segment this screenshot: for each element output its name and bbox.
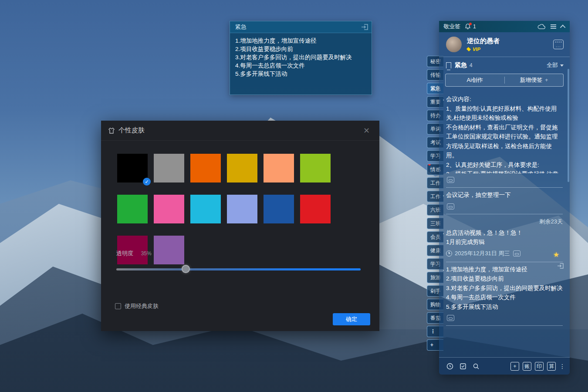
- note-item[interactable]: · 1.增加地推力度，增加宣传途径 2.项目收益要稳步向前 3.对老客户多多回访…: [439, 262, 570, 321]
- classic-skin-label: 使用经典皮肤: [125, 302, 159, 310]
- plus-icon: +: [545, 77, 548, 83]
- notes-list: · 会议内容: 1、质量控制:认真把好原材料、构配件使用关,杜绝使用未经检验或检…: [439, 90, 570, 326]
- notification-dot: [469, 23, 472, 25]
- vip-diamond-icon: [466, 47, 471, 51]
- chevron-down-icon: [560, 64, 564, 67]
- note-item[interactable]: · 会议内容: 1、质量控制:认真把好原材料、构配件使用关,杜绝使用未经检验或检…: [439, 92, 570, 183]
- color-swatch[interactable]: [264, 154, 294, 182]
- completed-todo-icon[interactable]: [460, 363, 466, 370]
- vip-badge: VIP: [467, 47, 553, 52]
- time-manage-icon[interactable]: [446, 363, 453, 370]
- color-swatch[interactable]: [190, 195, 221, 223]
- floating-note-body[interactable]: 1.增加地推力度，增加宣传途径 2.项目收益要稳步向前 3.对老客户多多回访，提…: [230, 33, 372, 81]
- remaining-days: 剩余23天: [439, 214, 570, 226]
- tshirt-icon: [108, 127, 115, 134]
- color-swatch[interactable]: [190, 154, 221, 182]
- skin-dialog: 个性皮肤 ✕ ✓ 透明度 35% 使用经典皮肤 确定: [101, 121, 379, 331]
- pinned-desktop-icon[interactable]: [513, 250, 520, 257]
- note-item[interactable]: · 会议记录，抽空整理一下: [439, 188, 570, 210]
- new-note-button[interactable]: 新增便签 +: [505, 74, 564, 86]
- note-text[interactable]: 1.增加地推力度，增加宣传途径 2.项目收益要稳步向前 3.对老客户多多回访，提…: [446, 265, 563, 312]
- opacity-value: 35%: [141, 250, 152, 257]
- note-divider: [446, 325, 563, 326]
- bookmark-icon: [446, 62, 451, 68]
- reminder-row: 2025年12月31日 周三 ★: [446, 250, 563, 257]
- action-bar: Ai创作 新增便签 +: [445, 74, 564, 87]
- category-header: 紧急 4 全部: [439, 57, 570, 72]
- opacity-row: 透明度 35%: [116, 250, 152, 257]
- red-dot-badge: [428, 164, 431, 166]
- pinned-desktop-icon[interactable]: [447, 315, 454, 321]
- color-swatch[interactable]: [154, 154, 184, 182]
- bell-icon[interactable]: [465, 24, 471, 30]
- avatar[interactable]: [446, 37, 462, 52]
- slider-track[interactable]: [116, 268, 361, 270]
- print-icon[interactable]: 印: [535, 362, 544, 371]
- app-title: 敬业签: [443, 23, 460, 30]
- star-icon: ★: [553, 250, 559, 259]
- note-text[interactable]: 总店活动视频，急！急！急！ 1月前完成剪辑: [446, 228, 563, 247]
- ai-create-button[interactable]: Ai创作: [446, 74, 504, 86]
- color-swatch[interactable]: [154, 195, 184, 223]
- account-book-icon[interactable]: 账: [523, 362, 531, 371]
- classic-skin-row[interactable]: 使用经典皮肤: [115, 302, 159, 310]
- user-card[interactable]: 逆位的愚者 VIP: [439, 32, 570, 57]
- opacity-slider[interactable]: [116, 267, 361, 271]
- category-count: 4: [470, 62, 547, 68]
- more-icon[interactable]: ⋮: [559, 365, 565, 368]
- color-swatch[interactable]: [227, 154, 257, 182]
- color-swatch[interactable]: [154, 236, 184, 264]
- pinned-desktop-icon[interactable]: [447, 203, 454, 210]
- cloud-sync-icon[interactable]: [537, 24, 545, 30]
- color-swatch[interactable]: [300, 195, 331, 223]
- color-swatch[interactable]: [117, 195, 148, 223]
- main-panel: 敬业签 1 逆位的愚者 VIP 紧急 4 全部 Ai创: [439, 21, 570, 375]
- slider-thumb[interactable]: [182, 265, 190, 273]
- pinned-desktop-icon[interactable]: [447, 177, 454, 183]
- notification-count: 1: [473, 24, 532, 30]
- floating-note-titlebar[interactable]: 紧急: [230, 21, 372, 33]
- return-to-panel-icon[interactable]: [361, 24, 368, 30]
- reminder-date: 2025年12月31日 周三: [455, 250, 510, 257]
- opacity-label: 透明度: [116, 250, 133, 257]
- color-swatch-grid: ✓: [117, 154, 365, 264]
- selected-check-icon: ✓: [143, 178, 151, 186]
- clock-icon: [446, 250, 452, 257]
- skin-dialog-header: 个性皮肤 ✕: [101, 121, 379, 141]
- floating-note-title: 紧急: [235, 23, 361, 31]
- color-swatch[interactable]: ✓: [117, 154, 148, 182]
- ok-button[interactable]: 确定: [333, 313, 370, 325]
- filter-dropdown[interactable]: 全部: [547, 61, 564, 69]
- username: 逆位的愚者: [467, 37, 553, 45]
- floating-on-desktop-icon[interactable]: [557, 263, 564, 269]
- menu-icon[interactable]: [551, 24, 556, 30]
- skin-dialog-title: 个性皮肤: [118, 126, 361, 135]
- search-icon[interactable]: [473, 363, 480, 370]
- note-text[interactable]: 会议记录，抽空整理一下: [446, 190, 563, 200]
- note-item[interactable]: · 总店活动视频，急！急！急！ 1月前完成剪辑 2025年12月31日 周三 ★: [439, 226, 570, 257]
- scrollbar[interactable]: [568, 69, 569, 182]
- category-name: 紧急: [455, 61, 467, 69]
- color-swatch[interactable]: [264, 195, 294, 223]
- bottom-toolbar: + 账 印 算 ⋮: [439, 357, 570, 375]
- panel-titlebar[interactable]: 敬业签 1: [439, 21, 570, 32]
- classic-skin-checkbox[interactable]: [115, 303, 121, 309]
- add-note-icon[interactable]: +: [510, 362, 519, 371]
- calendar-icon[interactable]: [553, 40, 564, 49]
- floating-note[interactable]: 紧急 1.增加地推力度，增加宣传途径 2.项目收益要稳步向前 3.对老客户多多回…: [230, 21, 372, 95]
- note-text[interactable]: 会议内容: 1、质量控制:认真把好原材料、构配件使用关,杜绝使用未经检验或检验 …: [446, 95, 563, 173]
- color-swatch[interactable]: [227, 195, 257, 223]
- collapse-icon[interactable]: [561, 25, 565, 29]
- calculator-icon[interactable]: 算: [547, 362, 556, 371]
- color-swatch[interactable]: [300, 154, 331, 182]
- close-icon[interactable]: ✕: [361, 125, 372, 136]
